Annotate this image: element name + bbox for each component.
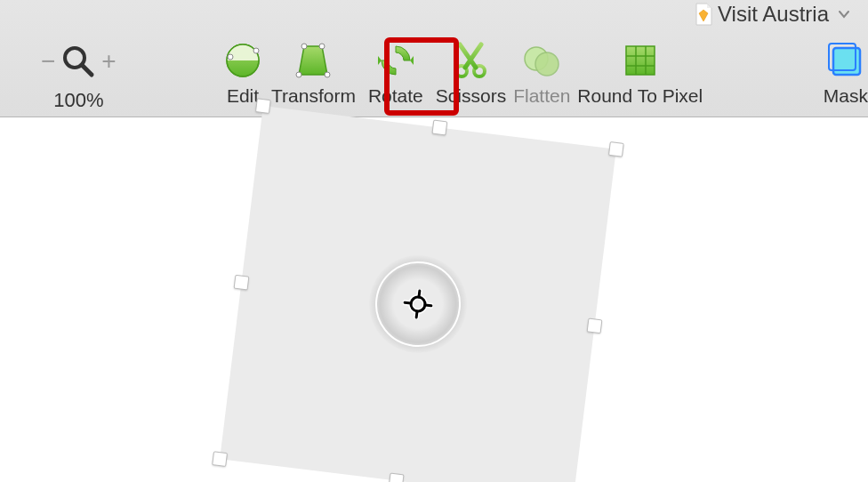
edit-icon <box>221 39 264 82</box>
document-title-area[interactable]: Visit Austria <box>695 2 850 27</box>
svg-line-27 <box>419 291 420 297</box>
zoom-control: − + 100% <box>41 39 117 112</box>
svg-point-6 <box>301 44 307 49</box>
canvas[interactable] <box>0 117 868 482</box>
rotate-icon <box>374 39 417 82</box>
svg-point-7 <box>319 44 325 49</box>
svg-point-4 <box>228 54 233 60</box>
handle-mid-left[interactable] <box>234 275 250 291</box>
flatten-label: Flatten <box>513 85 570 107</box>
transform-icon <box>292 39 334 82</box>
toolbar-tools: Edit Transform <box>218 39 706 107</box>
svg-line-1 <box>82 65 92 75</box>
document-title: Visit Austria <box>718 2 829 27</box>
zoom-level-label: 100% <box>41 89 117 112</box>
pivot-crosshair-icon <box>401 287 435 321</box>
mask-tool[interactable]: Mask <box>824 39 868 107</box>
round-to-pixel-label: Round To Pixel <box>577 85 703 107</box>
svg-line-30 <box>425 305 431 306</box>
chevron-down-icon <box>838 6 850 22</box>
zoom-out-button[interactable]: − <box>41 49 55 74</box>
mask-label: Mask <box>824 85 868 107</box>
pivot-ring <box>371 257 466 352</box>
selected-shape[interactable] <box>220 106 616 482</box>
edit-tool[interactable]: Edit <box>218 39 268 107</box>
svg-rect-14 <box>626 46 655 75</box>
zoom-in-button[interactable]: + <box>101 49 116 74</box>
handle-top-left[interactable] <box>255 98 271 114</box>
scissors-tool[interactable]: Scissors <box>432 39 510 107</box>
handle-bottom-left[interactable] <box>212 451 228 467</box>
flatten-icon <box>520 39 563 82</box>
transform-tool[interactable]: Transform <box>268 39 359 107</box>
svg-line-29 <box>405 302 411 303</box>
svg-point-9 <box>296 72 301 77</box>
sketch-doc-icon <box>695 3 712 26</box>
toolbar: Visit Austria − + 100% <box>0 0 868 117</box>
svg-line-28 <box>416 311 417 317</box>
round-to-pixel-tool[interactable]: Round To Pixel <box>574 39 706 107</box>
svg-point-13 <box>535 52 559 76</box>
handle-top-mid[interactable] <box>431 120 447 136</box>
svg-point-5 <box>253 48 259 53</box>
rotate-label: Rotate <box>368 85 423 107</box>
handle-bottom-mid[interactable] <box>389 473 405 482</box>
scissors-label: Scissors <box>436 85 506 107</box>
round-to-pixel-icon <box>619 39 662 82</box>
svg-point-8 <box>325 72 330 77</box>
transform-label: Transform <box>271 85 356 107</box>
edit-label: Edit <box>227 85 259 107</box>
handle-top-right[interactable] <box>608 141 624 157</box>
rotate-tool[interactable]: Rotate <box>359 39 432 107</box>
flatten-tool[interactable]: Flatten <box>510 39 574 107</box>
mask-icon <box>824 39 867 82</box>
scissors-icon <box>449 39 492 82</box>
handle-mid-right[interactable] <box>587 317 603 333</box>
magnifier-icon[interactable] <box>60 44 96 79</box>
